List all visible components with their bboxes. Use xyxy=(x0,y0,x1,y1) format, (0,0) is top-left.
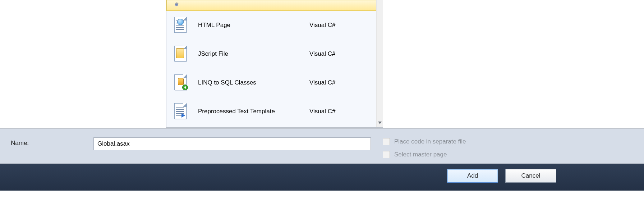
template-item-label: Preprocessed Text Template xyxy=(198,108,309,115)
cancel-button[interactable]: Cancel xyxy=(505,169,556,183)
template-item-html-page[interactable]: HTML Page Visual C# xyxy=(166,11,383,40)
svg-marker-1 xyxy=(378,122,382,124)
template-item-lang: Visual C# xyxy=(309,79,360,86)
linq-sql-icon xyxy=(173,72,198,93)
template-item-lang: Visual C# xyxy=(309,50,360,58)
select-master-label: Select master page xyxy=(394,151,447,158)
template-item-lang: Visual C# xyxy=(309,108,360,115)
html-page-icon xyxy=(173,14,198,36)
name-options-bar: Name: Place code in separate file Select… xyxy=(0,128,644,164)
text-template-icon xyxy=(173,101,198,122)
template-list[interactable]: HTML Page Visual C# JScript File Visual … xyxy=(166,0,383,128)
scrollbar[interactable] xyxy=(376,0,383,127)
select-master-option: Select master page xyxy=(383,151,447,158)
template-item-linq-to-sql[interactable]: LINQ to SQL Classes Visual C# xyxy=(166,68,383,97)
template-item-lang: Visual C# xyxy=(309,22,360,29)
scroll-down-icon[interactable] xyxy=(377,120,383,126)
template-item-label: HTML Page xyxy=(198,22,309,29)
name-label: Name: xyxy=(11,140,29,147)
jscript-file-icon xyxy=(173,43,198,65)
template-item-label: JScript File xyxy=(198,50,309,58)
name-input[interactable] xyxy=(93,137,371,150)
template-item-preprocessed-text-template[interactable]: Preprocessed Text Template Visual C# xyxy=(166,97,383,126)
template-item-jscript-file[interactable]: JScript File Visual C# xyxy=(166,40,383,68)
place-code-label: Place code in separate file xyxy=(394,138,466,145)
gear-icon xyxy=(173,1,198,10)
template-item-label: LINQ to SQL Classes xyxy=(198,79,309,86)
template-list-panel: HTML Page Visual C# JScript File Visual … xyxy=(0,0,644,129)
template-item-selected[interactable] xyxy=(166,0,383,11)
dialog-button-bar: Add Cancel xyxy=(0,164,644,191)
place-code-option: Place code in separate file xyxy=(383,138,466,145)
add-button[interactable]: Add xyxy=(447,169,498,183)
checkbox-icon xyxy=(383,151,390,158)
checkbox-icon xyxy=(383,138,390,145)
